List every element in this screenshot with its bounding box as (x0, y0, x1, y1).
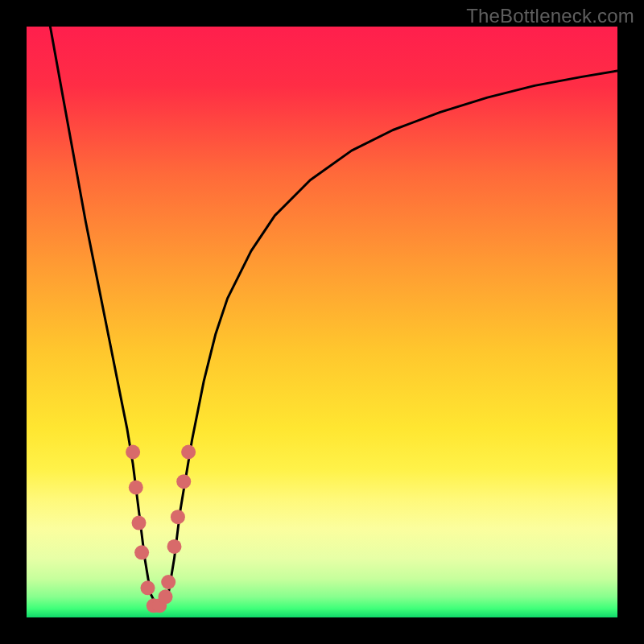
outer-frame: TheBottleneck.com (0, 0, 644, 644)
data-marker (129, 481, 143, 495)
data-marker (159, 589, 173, 604)
data-marker (181, 445, 196, 460)
chart-canvas (27, 27, 617, 617)
watermark-text: TheBottleneck.com (466, 5, 634, 27)
data-marker (161, 575, 175, 589)
data-marker (171, 510, 185, 524)
plot-area (27, 27, 617, 617)
data-marker (176, 474, 191, 489)
data-marker (167, 539, 182, 554)
data-marker (132, 516, 147, 530)
data-marker (126, 445, 140, 460)
data-marker (134, 545, 149, 559)
data-markers (126, 445, 196, 613)
data-marker (141, 580, 155, 595)
